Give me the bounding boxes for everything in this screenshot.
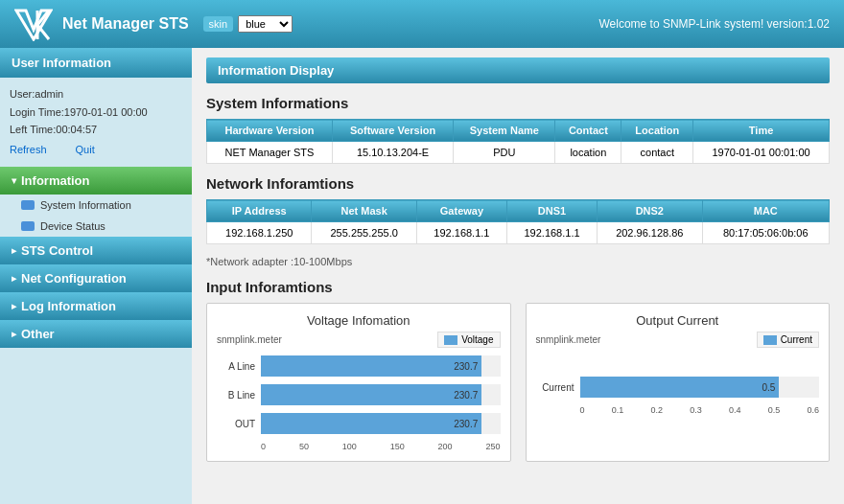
login-time: Login Time:1970-01-01 00:00 [10,103,182,122]
network-info-col-header: IP Address [207,200,312,222]
charts-row: Voltage Infomation snmplink.meter Voltag… [206,303,830,462]
voltage-x-axis: 050100150200250 [261,442,501,451]
logo [14,7,53,41]
network-info-col-header: Gateway [416,200,506,222]
system-info-col-header: Location [621,120,693,142]
x-axis-tick: 100 [342,442,357,451]
system-info-col-header: Time [693,120,830,142]
network-info-table-body: 192.168.1.250255.255.255.0192.168.1.1192… [207,222,830,244]
bar-label: Current [536,382,574,393]
system-info-table-header: Hardware VersionSoftware VersionSystem N… [207,120,830,142]
current-legend-color [763,335,777,345]
x-axis-tick: 0 [261,442,266,451]
bar-row: A Line230.7 [217,355,501,377]
network-info-section-title: Network Inforamtions [206,175,830,192]
content-header: Information Display [206,57,830,83]
voltage-legend-color [444,335,457,345]
content-area: Information Display System Informations … [192,48,844,504]
bar-value: 230.7 [454,419,478,429]
voltage-bar-chart: A Line230.7B Line230.7OUT230.7 [217,355,501,434]
network-info-col-header: DNS1 [506,200,597,222]
x-axis-tick: 250 [485,442,500,451]
x-axis-tick: 0.6 [807,405,819,415]
bar-value: 0.5 [762,382,775,393]
bar-label: B Line [217,390,255,401]
voltage-chart-container: Voltage Infomation snmplink.meter Voltag… [206,303,511,462]
logo-icon [14,7,53,41]
network-note: *Network adapter :10-100Mbps [206,256,830,267]
bar-label: OUT [217,419,255,429]
system-info-col-header: Hardware Version [207,120,333,142]
table-cell: 192.168.1.250 [207,222,312,244]
user-info-title: User Information [0,48,192,78]
theme-selector: skin blue red green [203,15,293,33]
welcome-message: Welcome to SNMP-Link system! version:1.0… [598,17,830,31]
table-cell: PDU [454,142,555,164]
sidebar: User Information User:admin Login Time:1… [0,48,192,504]
bar-label: A Line [217,361,255,372]
bar-fill: 230.7 [261,355,481,377]
main-layout: User Information User:admin Login Time:1… [0,48,844,504]
current-bar-chart: Current0.5 [536,377,820,398]
network-info-table: IP AddressNet MaskGatewayDNS1DNS2MAC 192… [206,199,830,244]
table-cell: 192.168.1.1 [506,222,597,244]
sys-info-label: System Information [40,199,131,211]
theme-select[interactable]: blue red green [238,15,293,33]
table-row: 192.168.1.250255.255.255.0192.168.1.1192… [207,222,830,244]
bar-track: 0.5 [580,377,820,398]
current-chart-container: Output Current snmplink.meter Current Cu… [526,303,831,462]
x-axis-tick: 150 [390,442,405,451]
network-info-col-header: DNS2 [598,200,702,222]
network-info-col-header: MAC [702,200,829,222]
system-info-col-header: Contact [555,120,621,142]
bar-fill: 230.7 [261,413,481,434]
quit-link[interactable]: Quit [76,141,95,159]
voltage-chart-legend: Voltage [437,332,500,348]
other-label: Other [21,327,55,341]
bar-track: 230.7 [261,384,501,405]
bar-row: Current0.5 [536,377,820,398]
table-cell: 192.168.1.1 [416,222,506,244]
refresh-link[interactable]: Refresh [10,141,47,159]
app-header: Net Manager STS skin blue red green Welc… [0,0,844,48]
left-time: Left Time:00:04:57 [10,121,182,139]
sidebar-sts-control[interactable]: ▸ STS Control [0,237,192,264]
sidebar-other[interactable]: ▸ Other [0,320,192,348]
current-x-axis: 00.10.20.30.40.50.6 [580,405,820,415]
x-axis-tick: 0 [580,405,585,415]
current-chart-legend: Current [757,332,819,348]
x-axis-tick: 0.2 [650,405,663,415]
system-info-col-header: Software Version [332,120,453,142]
current-chart-title: Output Current [536,313,820,328]
log-arrow: ▸ [12,301,16,311]
table-cell: 202.96.128.86 [598,222,702,244]
sidebar-item-device-status[interactable]: Device Status [0,216,192,237]
sidebar-log-information[interactable]: ▸ Log Information [0,292,192,320]
x-axis-tick: 200 [438,442,453,451]
bar-row: B Line230.7 [217,384,501,405]
other-arrow: ▸ [12,329,16,339]
user-info-panel: User:admin Login Time:1970-01-01 00:00 L… [0,78,192,167]
bar-value: 230.7 [454,390,478,401]
system-info-table: Hardware VersionSoftware VersionSystem N… [206,119,830,164]
network-info-table-header: IP AddressNet MaskGatewayDNS1DNS2MAC [207,200,830,222]
sts-control-label: STS Control [21,243,93,258]
net-arrow: ▸ [12,273,16,284]
information-arrow: ▾ [12,175,16,186]
user-name: User:admin [10,85,182,103]
table-cell: 15.10.13.204-E [332,142,453,164]
bar-value: 230.7 [454,361,478,372]
bar-fill: 0.5 [580,377,780,398]
system-info-col-header: System Name [454,120,555,142]
table-cell: 80:17:05:06:0b:06 [702,222,829,244]
sidebar-item-system-information[interactable]: System Information [0,195,192,216]
app-title: Net Manager STS [62,15,189,33]
voltage-chart-title: Voltage Infomation [217,313,501,328]
sidebar-net-configuration[interactable]: ▸ Net Configuration [0,264,192,292]
table-cell: NET Manager STS [207,142,333,164]
x-axis-tick: 0.4 [729,405,741,415]
theme-label: skin [203,16,234,32]
sidebar-information-section[interactable]: ▾ Information [0,167,192,195]
bar-row: OUT230.7 [217,413,501,434]
device-status-icon [21,221,35,231]
